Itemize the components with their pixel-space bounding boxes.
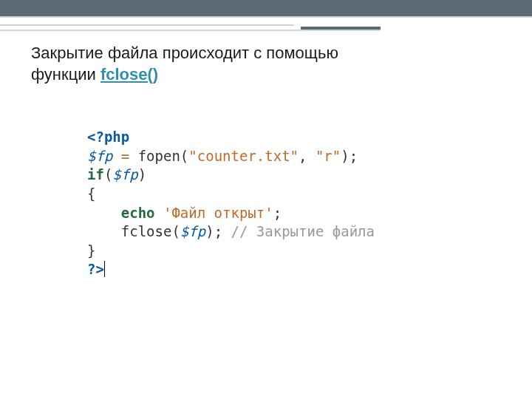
rparen-semi2: );	[205, 223, 222, 239]
brace-close: }	[87, 242, 95, 259]
var-fp2: $fp	[112, 166, 137, 183]
rparen-semi: );	[341, 148, 358, 164]
heading: Закрытие файла происходит с помощью функ…	[31, 43, 338, 85]
kw-echo: echo	[121, 205, 155, 221]
lparen2: (	[104, 166, 112, 183]
lparen3: (	[171, 223, 180, 239]
comma: ,	[299, 148, 316, 164]
str-filename: "counter.txt"	[188, 148, 299, 164]
kw-if: if	[87, 166, 104, 183]
fclose-link[interactable]: fclose()	[100, 65, 158, 83]
php-code-block: <?php $fp = fopen("counter.txt", "r"); i…	[87, 128, 375, 279]
str-mode: "r"	[316, 148, 341, 164]
accent-line-bottom	[0, 30, 381, 31]
var-fp3: $fp	[180, 223, 205, 239]
str-file-open: 'Файл открыт'	[163, 205, 273, 221]
php-close-tag: ?>	[87, 261, 105, 277]
var-fp: $fp	[87, 148, 112, 164]
assign-op: =	[112, 148, 137, 164]
rparen2: )	[138, 166, 146, 183]
space	[155, 205, 163, 221]
heading-line2-prefix: функции	[31, 65, 100, 83]
semi1: ;	[273, 205, 282, 221]
indent2	[87, 223, 121, 239]
indent1	[87, 205, 121, 221]
brace-open: {	[87, 185, 95, 202]
fn-fclose: fclose	[121, 223, 172, 239]
comment-close-file: // Закрытие файла	[222, 223, 375, 239]
heading-line1: Закрытие файла происходит с помощью	[31, 44, 338, 62]
slide-header-bar	[0, 0, 532, 18]
accent-line-top	[0, 24, 294, 26]
fn-fopen: fopen	[138, 148, 180, 164]
lparen: (	[180, 148, 188, 164]
php-open-tag: <?php	[87, 129, 129, 145]
